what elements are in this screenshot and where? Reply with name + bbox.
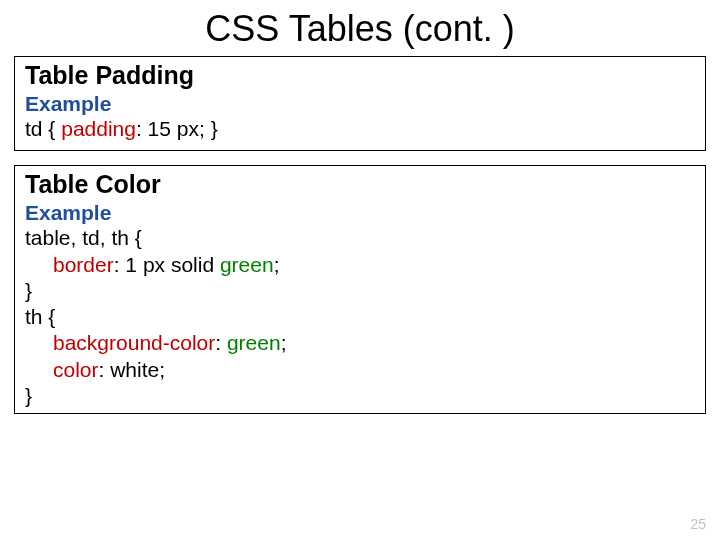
page-number: 25 — [690, 516, 706, 532]
code-line: background-color: green; — [25, 330, 695, 356]
code-keyword: green — [227, 331, 281, 354]
example-label-1: Example — [25, 92, 695, 116]
code-line: } — [25, 278, 695, 304]
code-text: ; — [274, 253, 280, 276]
code-property: color — [53, 358, 99, 381]
code-text: ; — [159, 358, 165, 381]
code-line: border: 1 px solid green; — [25, 252, 695, 278]
heading-padding: Table Padding — [25, 61, 695, 90]
code-text: : 15 px; } — [136, 117, 218, 140]
code-text: : — [99, 358, 111, 381]
heading-color: Table Color — [25, 170, 695, 199]
code-text: ; — [281, 331, 287, 354]
code-line: th { — [25, 304, 695, 330]
code-line: color: white; — [25, 357, 695, 383]
section-padding: Table Padding Example td { padding: 15 p… — [14, 56, 706, 151]
code-line: table, td, th { — [25, 225, 695, 251]
code-keyword: white — [110, 358, 159, 381]
section-color: Table Color Example table, td, th { bord… — [14, 165, 706, 414]
example-label-2: Example — [25, 201, 695, 225]
code-text: : 1 px solid — [114, 253, 220, 276]
code-line: td { padding: 15 px; } — [25, 116, 695, 142]
code-line: } — [25, 383, 695, 409]
code-property: border — [53, 253, 114, 276]
code-property: background-color — [53, 331, 215, 354]
code-text: td { — [25, 117, 61, 140]
slide-title: CSS Tables (cont. ) — [0, 0, 720, 56]
code-property: padding — [61, 117, 136, 140]
code-keyword: green — [220, 253, 274, 276]
code-text: : — [215, 331, 227, 354]
